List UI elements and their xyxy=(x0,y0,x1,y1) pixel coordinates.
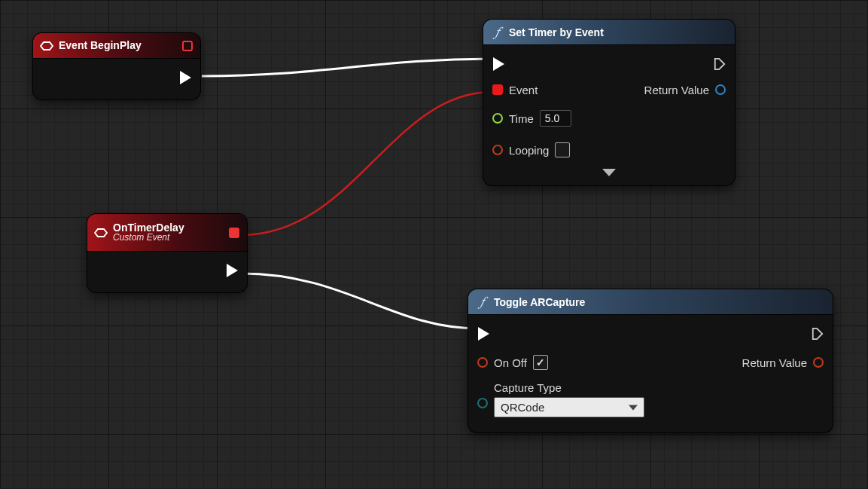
return-value-pin[interactable] xyxy=(813,357,824,368)
pin-label-looping: Looping xyxy=(509,144,549,157)
node-title: Toggle ARCapture xyxy=(494,296,585,308)
function-icon: 𝑓 xyxy=(489,24,504,40)
exec-out-pin[interactable] xyxy=(714,58,726,70)
capturetype-in-pin[interactable] xyxy=(477,398,488,408)
node-event-beginplay[interactable]: Event BeginPlay xyxy=(33,33,200,99)
looping-checkbox[interactable] xyxy=(555,142,570,157)
event-in-pin[interactable] xyxy=(492,84,503,95)
capturetype-dropdown[interactable]: QRCode xyxy=(494,397,644,417)
pin-label-return: Return Value xyxy=(742,356,807,369)
delegate-pin-icon[interactable] xyxy=(182,41,193,51)
pin-label-return: Return Value xyxy=(644,84,709,96)
node-subtitle: Custom Event xyxy=(113,233,184,243)
pin-label-onoff: On Off xyxy=(494,356,527,369)
event-icon xyxy=(39,39,54,53)
onoff-checkbox[interactable] xyxy=(533,355,548,370)
onoff-in-pin[interactable] xyxy=(477,357,488,368)
pin-label-time: Time xyxy=(509,112,534,125)
return-value-pin[interactable] xyxy=(715,84,726,95)
function-icon: 𝑓 xyxy=(474,294,489,310)
node-header[interactable]: OnTimerDelay Custom Event xyxy=(87,214,247,252)
pin-label-capturetype: Capture Type xyxy=(494,381,644,394)
exec-in-pin[interactable] xyxy=(477,328,489,340)
pin-label-event: Event xyxy=(509,84,538,96)
exec-out-pin[interactable] xyxy=(226,264,238,277)
advance-arrow-icon[interactable] xyxy=(602,169,616,176)
looping-in-pin[interactable] xyxy=(492,145,503,155)
exec-in-pin[interactable] xyxy=(492,58,504,70)
time-in-pin[interactable] xyxy=(492,113,503,124)
delegate-out-pin[interactable] xyxy=(229,228,239,238)
node-header[interactable]: 𝑓 Toggle ARCapture xyxy=(468,289,833,315)
exec-out-pin[interactable] xyxy=(179,72,191,84)
node-header[interactable]: Event BeginPlay xyxy=(33,33,200,59)
node-ontimerdelay[interactable]: OnTimerDelay Custom Event xyxy=(87,214,247,292)
node-toggle-arcapture[interactable]: 𝑓 Toggle ARCapture On Off Return Value xyxy=(468,289,833,432)
time-input[interactable] xyxy=(540,110,571,127)
exec-out-pin[interactable] xyxy=(812,328,824,340)
event-icon xyxy=(93,226,108,240)
node-title: Set Timer by Event xyxy=(509,26,604,38)
node-set-timer-by-event[interactable]: 𝑓 Set Timer by Event Event Return Value … xyxy=(483,20,735,185)
node-header[interactable]: 𝑓 Set Timer by Event xyxy=(483,20,735,45)
node-title: Event BeginPlay xyxy=(59,40,142,51)
